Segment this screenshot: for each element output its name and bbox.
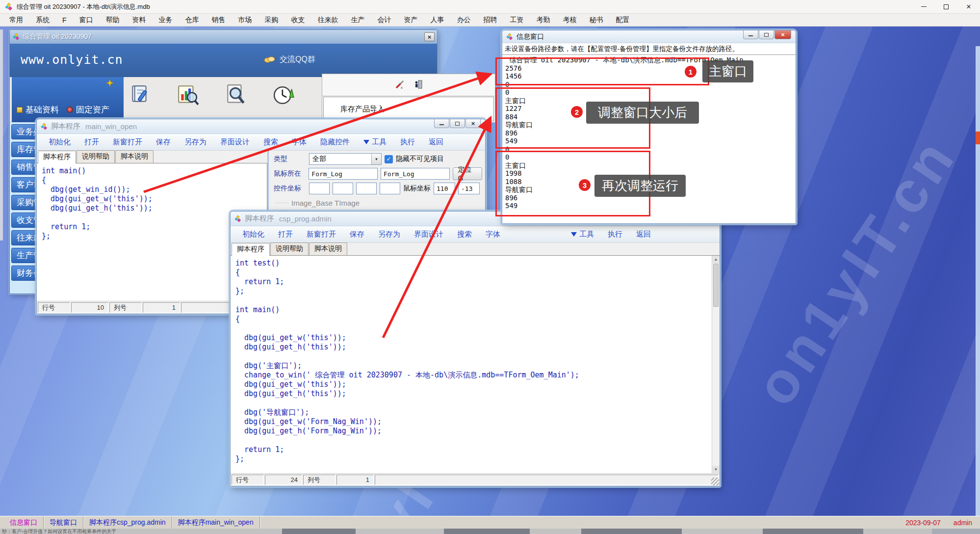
menu-item[interactable]: 常用 <box>3 14 29 26</box>
maximize-button[interactable] <box>450 119 465 128</box>
menu-item[interactable]: 考核 <box>557 14 583 26</box>
mouse-at-field-2[interactable]: Form_Log <box>381 168 450 180</box>
close-button[interactable]: × <box>957 0 980 14</box>
menu-item[interactable]: 往来款 <box>311 14 345 26</box>
code-editor[interactable]: int test() { return 1; }; int main() { d… <box>231 256 712 473</box>
toolbar-link[interactable]: 保存 <box>350 230 364 239</box>
menu-item[interactable]: 办公 <box>451 14 477 26</box>
toolbar-link[interactable]: 搜索 <box>263 137 278 147</box>
close-button[interactable]: × <box>774 30 791 39</box>
mouse-x-field[interactable]: 110 <box>434 183 455 194</box>
tab-1[interactable]: 脚本程序 <box>38 151 76 163</box>
toolbar-link[interactable]: 初始化 <box>49 137 71 147</box>
hide-invisible-checkbox[interactable]: ✓ <box>385 155 393 163</box>
maximize-button[interactable] <box>935 0 957 14</box>
taskbar-item[interactable]: 信息窗口 <box>4 516 44 529</box>
vertical-scrollbar[interactable]: ▲ ▼ <box>712 256 720 473</box>
design-tool-icon[interactable] <box>395 80 405 89</box>
tab-3[interactable]: 脚本说明 <box>309 242 347 255</box>
resize-grip[interactable] <box>711 478 719 485</box>
new-document-icon[interactable] <box>129 84 151 107</box>
scroll-up-icon[interactable]: ▲ <box>712 256 720 263</box>
tab-1[interactable]: 脚本程序 <box>232 243 270 256</box>
toolbar-link[interactable]: 保存 <box>156 137 171 147</box>
stock-import-button[interactable]: 库存产品导入 <box>323 97 494 121</box>
menu-item[interactable]: F <box>56 15 73 26</box>
search-icon[interactable] <box>225 84 247 107</box>
schedule-icon[interactable] <box>273 84 295 107</box>
toolbar-link[interactable]: 新窗打开 <box>307 230 336 239</box>
toolbar-link[interactable]: 另存为 <box>378 230 400 239</box>
toolbar-link[interactable]: 打开 <box>278 230 293 239</box>
mouse-at-field-1[interactable]: Form_Log <box>309 168 378 180</box>
mouse-y-field[interactable]: -13 <box>458 183 480 194</box>
tab-2[interactable]: 说明帮助 <box>270 242 309 255</box>
menu-item[interactable]: 市场 <box>232 14 258 26</box>
tab-basic-data[interactable]: 基础资料 <box>17 104 59 115</box>
menu-item[interactable]: 销售 <box>206 14 232 26</box>
tab-3[interactable]: 脚本说明 <box>115 150 154 163</box>
close-icon[interactable]: × <box>424 32 435 41</box>
toolbar-link[interactable]: 字体 <box>292 137 307 147</box>
minimize-button[interactable] <box>912 0 935 14</box>
toolbar-link[interactable]: 新窗打开 <box>113 137 142 147</box>
qq-group-link[interactable]: 交流QQ群 <box>264 54 315 65</box>
toolbar-link[interactable]: 返回 <box>429 137 443 147</box>
control-coord-field[interactable] <box>356 183 377 194</box>
menu-item[interactable]: 窗口 <box>73 14 100 26</box>
toolbar-link[interactable]: 工具 <box>363 137 387 147</box>
taskbar-item[interactable]: 脚本程序main_win_open <box>172 516 260 529</box>
report-search-icon[interactable] <box>177 84 199 107</box>
menu-item[interactable]: 会计 <box>371 14 398 26</box>
menu-item[interactable]: 帮助 <box>100 14 126 26</box>
control-coord-field[interactable] <box>380 183 400 194</box>
menu-item[interactable]: 人事 <box>424 14 451 26</box>
scroll-down-icon[interactable]: ▼ <box>712 466 720 473</box>
toolbar-link[interactable]: 隐藏控件 <box>320 137 350 147</box>
minimize-button[interactable] <box>743 30 758 39</box>
scroll-thumb[interactable] <box>713 264 719 307</box>
nav-window-titlebar[interactable]: 综合管理 oit 20230907 × <box>10 30 437 44</box>
toolbar-link[interactable]: 另存为 <box>184 137 206 147</box>
minimize-button[interactable] <box>434 119 449 128</box>
close-button[interactable]: × <box>465 119 481 128</box>
menu-item[interactable]: 配置 <box>610 14 636 26</box>
menu-item[interactable]: 工资 <box>504 14 530 26</box>
exit-icon[interactable] <box>413 80 423 89</box>
menu-item[interactable]: 仓库 <box>179 14 206 26</box>
taskbar-item[interactable]: 脚本程序csp_prog.admin <box>83 516 172 529</box>
toolbar-link[interactable]: 搜索 <box>457 230 472 239</box>
tab-fixed-assets[interactable]: 固定资产 <box>67 104 109 115</box>
control-coord-field[interactable] <box>333 183 353 194</box>
menu-item[interactable]: 招聘 <box>477 14 504 26</box>
toolbar-link[interactable]: 返回 <box>636 230 651 239</box>
type-dropdown[interactable]: 全部 ▼ <box>309 153 382 165</box>
toolbar-link[interactable]: 界面设计 <box>414 230 443 239</box>
chevron-down-icon[interactable]: ▼ <box>371 154 381 164</box>
control-coord-field[interactable] <box>309 183 330 194</box>
toolbar-link[interactable]: 初始化 <box>242 230 264 239</box>
menu-item[interactable]: 收支 <box>285 14 311 26</box>
window-titlebar[interactable]: 脚本程序 main_win_open <box>37 119 485 134</box>
menu-item[interactable]: 考勤 <box>530 14 557 26</box>
menu-item[interactable]: 资料 <box>126 14 153 26</box>
menu-item[interactable]: 采购 <box>258 14 285 26</box>
toolbar-link[interactable]: 界面设计 <box>220 137 250 147</box>
status-date: 2023-09-07 <box>905 519 941 527</box>
locate-button[interactable]: 定位G <box>453 167 482 180</box>
menu-item[interactable]: 资产 <box>398 14 424 26</box>
tab-2[interactable]: 说明帮助 <box>77 150 115 163</box>
site-link[interactable]: www.onlyit.cn <box>21 53 123 67</box>
toolbar-link[interactable]: 打开 <box>84 137 99 147</box>
toolbar-link[interactable]: 字体 <box>486 230 500 239</box>
menu-item[interactable]: 系统 <box>29 14 56 26</box>
maximize-button[interactable] <box>759 30 774 39</box>
toolbar-link[interactable]: 执行 <box>400 137 415 147</box>
tree-item[interactable]: Image_Base TImage <box>274 197 482 208</box>
menu-item[interactable]: 业务 <box>153 14 179 26</box>
menu-item[interactable]: 秘书 <box>583 14 610 26</box>
taskbar-item[interactable]: 导航窗口 <box>44 516 83 529</box>
toolbar-link[interactable]: 工具 <box>571 230 594 239</box>
toolbar-link[interactable]: 执行 <box>608 230 622 239</box>
menu-item[interactable]: 生产 <box>345 14 371 26</box>
